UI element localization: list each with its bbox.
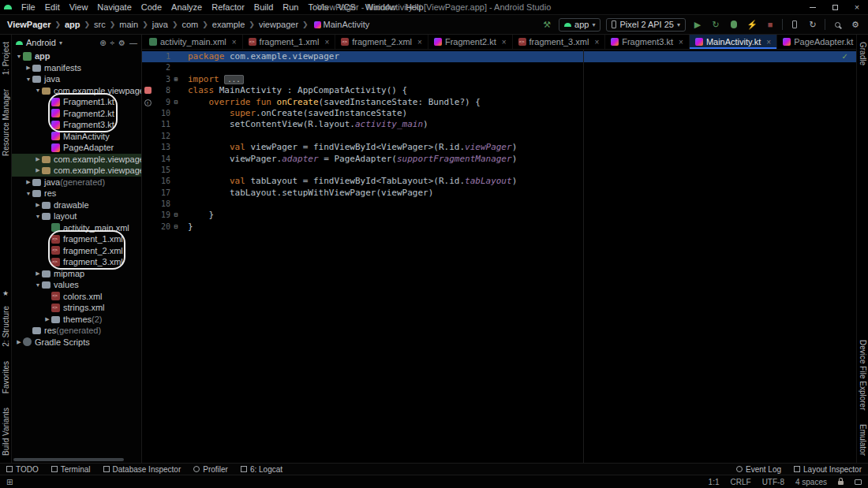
tree-item-com-example-viewpager-androidtest[interactable]: ▶com.example.viewpager (androidTest) xyxy=(12,154,141,166)
code-editor[interactable]: ✓ 1package com.example.viewpager23⊞impor… xyxy=(142,50,856,463)
breadcrumb-item-java[interactable]: java xyxy=(152,20,169,29)
override-gutter-icon[interactable]: ↑ xyxy=(144,99,152,106)
tree-expanded-arrow-icon[interactable]: ▼ xyxy=(34,88,42,93)
tab-close-icon[interactable]: × xyxy=(232,38,237,47)
fold-marker-icon[interactable]: ⊟ xyxy=(170,210,181,221)
breadcrumb-item-app[interactable]: app xyxy=(64,20,81,29)
breadcrumb-item-main[interactable]: main xyxy=(118,20,139,29)
screen-indicator-icon[interactable] xyxy=(855,479,862,485)
tree-collapsed-arrow-icon[interactable]: ▶ xyxy=(24,65,32,71)
status-1-1[interactable]: 1:1 xyxy=(709,478,720,486)
menu-refactor[interactable]: Refactor xyxy=(207,0,249,15)
settings-button[interactable]: ⚙ xyxy=(849,18,862,31)
menu-run[interactable]: Run xyxy=(278,0,303,15)
tree-collapsed-arrow-icon[interactable]: ▶ xyxy=(43,316,51,322)
editor-tab-fragment-2-xml[interactable]: fragment_2.xml× xyxy=(335,35,428,49)
tree-item-mipmap[interactable]: ▶mipmap xyxy=(12,268,141,280)
tool-strip-button-2-structure[interactable]: 2: Structure xyxy=(2,299,10,354)
class-gutter-icon[interactable] xyxy=(144,87,152,94)
tree-collapsed-arrow-icon[interactable]: ▶ xyxy=(34,167,42,173)
editor-tab-mainactivity-kt[interactable]: MainActivity.kt× xyxy=(690,35,777,49)
editor-tab-fragment-1-xml[interactable]: fragment_1.xml× xyxy=(243,35,336,49)
gear-icon[interactable]: ⚙ xyxy=(118,39,125,47)
build-hammer-icon[interactable]: ⚒ xyxy=(541,18,553,31)
code-line-10[interactable]: 10 super.onCreate(savedInstanceState) xyxy=(142,108,856,119)
breadcrumb-item-viewpager[interactable]: ViewPager xyxy=(6,20,51,29)
select-opened-file-icon[interactable]: ⊕ xyxy=(99,39,106,47)
tree-item-res[interactable]: ▼res xyxy=(12,188,141,199)
tree-item-colors-xml[interactable]: colors.xml xyxy=(12,291,141,303)
menu-view[interactable]: View xyxy=(65,0,93,15)
device-manager-button[interactable] xyxy=(788,18,801,31)
inspection-status-icon[interactable]: ✓ xyxy=(842,52,848,61)
project-view-selector[interactable]: Android xyxy=(26,38,56,47)
tool-strip-button-gradle[interactable]: Gradle xyxy=(859,35,867,73)
tab-close-icon[interactable]: × xyxy=(766,38,771,47)
code-line-20[interactable]: 20⊟} xyxy=(142,222,856,233)
tool-strip-button-resource-manager[interactable]: Resource Manager xyxy=(2,82,10,163)
menu-file[interactable]: File xyxy=(17,0,40,15)
tree-expanded-arrow-icon[interactable]: ▼ xyxy=(34,282,42,288)
tree-collapsed-arrow-icon[interactable]: ▶ xyxy=(24,179,32,185)
tab-close-icon[interactable]: × xyxy=(417,38,422,47)
tree-item-drawable[interactable]: ▶drawable xyxy=(12,199,141,211)
breadcrumb-item-viewpager[interactable]: viewpager xyxy=(258,20,299,29)
code-line-11[interactable]: 11 setContentView(R.layout.activity_main… xyxy=(142,119,856,130)
bottom-tool-event-log[interactable]: Event Log xyxy=(736,465,781,474)
status-utf-8[interactable]: UTF-8 xyxy=(762,478,784,486)
bottom-tool-layout-inspector[interactable]: Layout Inspector xyxy=(794,465,862,474)
code-line-13[interactable]: 13 val viewPager = findViewById<ViewPage… xyxy=(142,142,856,153)
tab-close-icon[interactable]: × xyxy=(594,38,599,47)
tree-item-fragment-2-xml[interactable]: fragment_2.xml xyxy=(12,245,141,257)
apply-changes-button[interactable]: ↻ xyxy=(709,18,722,31)
tree-item-activity-main-xml[interactable]: activity_main.xml xyxy=(12,222,141,234)
tab-close-icon[interactable]: × xyxy=(502,38,507,47)
collapse-all-icon[interactable]: ÷ xyxy=(110,39,115,47)
bottom-tool-terminal[interactable]: Terminal xyxy=(51,465,91,474)
tool-strip-button-favorites[interactable]: Favorites xyxy=(2,354,10,400)
tree-collapsed-arrow-icon[interactable]: ▶ xyxy=(34,202,42,208)
menu-edit[interactable]: Edit xyxy=(40,0,65,15)
tree-item-com-example-viewpager[interactable]: ▼com.example.viewpager xyxy=(12,85,141,97)
code-line-14[interactable]: 14 viewPager.adapter = PageAdapter(suppo… xyxy=(142,154,856,165)
menu-build[interactable]: Build xyxy=(249,0,278,15)
code-line-9[interactable]: ↑9⊟ override fun onCreate(savedInstanceS… xyxy=(142,97,856,108)
menu-code[interactable]: Code xyxy=(137,0,166,15)
editor-tab-activity-main-xml[interactable]: activity_main.xml× xyxy=(144,35,243,49)
code-line-1[interactable]: 1package com.example.viewpager xyxy=(142,51,856,62)
editor-tab-fragment2-kt[interactable]: Fragment2.kt× xyxy=(428,35,513,49)
tree-item-manifests[interactable]: ▶manifests xyxy=(12,62,141,74)
tree-item-com-example-viewpager-test[interactable]: ▶com.example.viewpager (test) xyxy=(12,165,141,177)
code-line-15[interactable]: 15 xyxy=(142,165,856,176)
tree-item-java-generated[interactable]: ▶java (generated) xyxy=(12,177,141,188)
tree-item-fragment-1-xml[interactable]: fragment_1.xml xyxy=(12,233,141,245)
menu-navigate[interactable]: Navigate xyxy=(92,0,136,15)
tool-strip-button-device-file-explorer[interactable]: Device File Explorer xyxy=(859,333,867,417)
tab-close-icon[interactable]: × xyxy=(679,38,683,47)
editor-tab-fragment3-kt[interactable]: Fragment3.kt× xyxy=(605,35,690,49)
tool-strip-button-build-variants[interactable]: Build Variants xyxy=(2,400,10,463)
tree-expanded-arrow-icon[interactable]: ▼ xyxy=(24,76,32,82)
tool-strip-button-1-project[interactable]: 1: Project xyxy=(2,35,10,82)
run-button[interactable]: ▶ xyxy=(691,18,704,31)
tab-close-icon[interactable]: × xyxy=(324,38,329,47)
tree-expanded-arrow-icon[interactable]: ▼ xyxy=(34,214,42,219)
lock-icon[interactable] xyxy=(838,481,844,485)
hide-panel-icon[interactable]: — xyxy=(129,39,137,47)
code-line-18[interactable]: 18 xyxy=(142,199,856,210)
tree-item-res-generated[interactable]: res (generated) xyxy=(12,325,141,337)
tree-collapsed-arrow-icon[interactable]: ▶ xyxy=(34,156,42,162)
code-line-8[interactable]: 8class MainActivity : AppCompatActivity(… xyxy=(142,85,856,96)
editor-tab-fragment-3-xml[interactable]: fragment_3.xml× xyxy=(513,35,606,49)
tree-item-themes-2[interactable]: ▶themes (2) xyxy=(12,314,141,326)
tree-item-fragment1-kt[interactable]: Fragment1.kt xyxy=(12,96,141,108)
tree-item-layout[interactable]: ▼layout xyxy=(12,210,141,222)
status-4-spaces[interactable]: 4 spaces xyxy=(795,478,827,486)
bottom-tool-database-inspector[interactable]: Database Inspector xyxy=(103,465,181,474)
breadcrumb-item-com[interactable]: com xyxy=(181,20,199,29)
tree-item-fragment2-kt[interactable]: Fragment2.kt xyxy=(12,108,141,120)
fold-marker-icon[interactable]: ⊟ xyxy=(170,222,181,233)
tree-item-mainactivity[interactable]: MainActivity xyxy=(12,131,141,143)
search-everywhere-button[interactable] xyxy=(831,18,844,31)
bottom-tool-profiler[interactable]: Profiler xyxy=(193,465,228,474)
